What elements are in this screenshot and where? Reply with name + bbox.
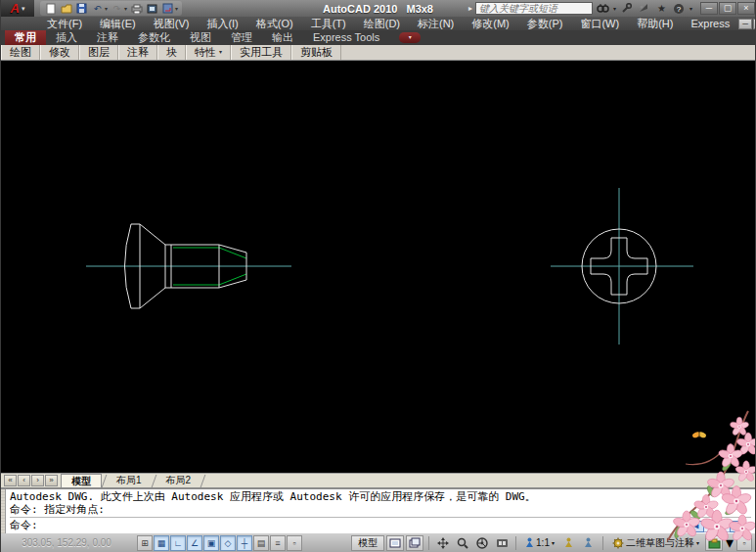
undo-button[interactable]: ↶ — [91, 2, 104, 15]
last-tab-icon[interactable]: » — [45, 475, 58, 486]
annotation-visibility-button[interactable] — [560, 535, 578, 551]
application-menu-button[interactable]: A ▾ — [1, 0, 34, 17]
showmotion-icon — [496, 537, 509, 549]
status-menu-icon[interactable]: ▾ — [725, 535, 734, 551]
menu-format[interactable]: 格式(O) — [247, 17, 302, 30]
ribbon-tab-view[interactable]: 视图 — [180, 30, 221, 45]
ribbon-tab-home[interactable]: 常用 — [5, 30, 46, 45]
quick-properties-toggle[interactable]: ▫ — [287, 535, 302, 551]
object-snap-tracking-toggle[interactable]: ◇ — [220, 535, 236, 551]
scroll-right-icon[interactable]: ▶ — [730, 521, 745, 532]
menu-help[interactable]: 帮助(H) — [628, 17, 682, 30]
undo-dropdown-icon[interactable]: ▾ — [105, 5, 108, 12]
next-tab-icon[interactable]: › — [31, 475, 44, 486]
panel-layers[interactable]: 图层 — [79, 45, 118, 60]
panel-block[interactable]: 块 — [157, 45, 186, 60]
save-button[interactable] — [75, 2, 88, 15]
restore-button[interactable]: ▢ — [719, 2, 736, 15]
command-prompt[interactable]: 命令: — [10, 519, 751, 531]
panel-clipboard-label: 剪贴板 — [300, 45, 333, 60]
help-button[interactable]: ? — [672, 2, 687, 15]
minimize-button[interactable]: ─ — [700, 2, 718, 15]
panel-properties[interactable]: 特性▾ — [186, 45, 231, 60]
menu-view[interactable]: 视图(V) — [145, 17, 199, 30]
new-file-button[interactable] — [44, 2, 57, 15]
coordinate-display[interactable]: 303.05, 152.29, 0.00 — [4, 537, 129, 548]
communication-center-button[interactable] — [637, 2, 651, 15]
snap-mode-toggle[interactable]: ⊞ — [137, 535, 153, 551]
subscription-center-button[interactable] — [619, 2, 634, 15]
menu-draw[interactable]: 绘图(D) — [355, 17, 409, 30]
menu-dimension[interactable]: 标注(N) — [409, 17, 463, 30]
tab-layout1[interactable]: 布局1 — [107, 474, 152, 487]
close-button[interactable]: × — [737, 2, 755, 15]
scroll-left-icon[interactable]: ◀ — [689, 521, 704, 532]
menu-tools[interactable]: 工具(T) — [302, 17, 355, 30]
help-dropdown-icon[interactable]: ▾ — [689, 5, 692, 12]
quick-view-layouts-button[interactable] — [386, 535, 404, 551]
plot-preview-button[interactable] — [146, 2, 158, 15]
command-history[interactable]: Autodesk DWG. 此文件上次由 Autodesk 应用程序或 Auto… — [6, 489, 755, 533]
model-space-button[interactable]: 模型 — [351, 535, 384, 551]
lineweight-toggle[interactable]: ≡ — [270, 535, 286, 551]
prev-tab-icon[interactable]: ‹ — [18, 475, 30, 486]
panel-annotation[interactable]: 注释 — [118, 45, 157, 60]
redo-button[interactable]: ↷ — [111, 2, 123, 15]
plot-button[interactable] — [130, 2, 143, 15]
ribbon-tab-insert[interactable]: 插入 — [46, 30, 87, 45]
menu-file[interactable]: 文件(F) — [38, 17, 91, 30]
clean-screen-button[interactable]: ▫ — [736, 535, 752, 551]
drawing-area[interactable] — [1, 61, 755, 473]
menu-insert[interactable]: 插入(I) — [198, 17, 246, 30]
tab-layout2[interactable]: 布局2 — [156, 474, 201, 487]
ribbon-tab-express-tools[interactable]: Express Tools — [303, 30, 389, 45]
tab-model[interactable]: 模型 — [61, 474, 102, 487]
ribbon-minimize-button[interactable]: ▾ — [399, 32, 421, 43]
open-file-button[interactable] — [60, 2, 72, 15]
search-input[interactable] — [475, 2, 593, 15]
save-floppy-icon — [76, 3, 87, 14]
panel-draw[interactable]: 绘图 — [1, 45, 40, 60]
panel-modify[interactable]: 修改 — [40, 45, 79, 60]
menu-modify[interactable]: 修改(M) — [463, 17, 518, 30]
infocenter-collapse-icon[interactable]: ▸ — [468, 4, 472, 13]
ribbon-panel-strip: 绘图 修改 图层 注释 块 特性▾ 实用工具 剪贴板 — [1, 45, 755, 61]
menu-edit[interactable]: 编辑(E) — [91, 17, 145, 30]
annotation-scale-button[interactable]: 1:1 ▾ — [521, 536, 558, 549]
doc-minimize-button[interactable]: ─ — [738, 19, 752, 29]
window-controls: ─ ▢ × — [700, 2, 755, 15]
steering-wheel-button[interactable] — [473, 535, 491, 551]
grid-display-toggle[interactable]: ▦ — [154, 535, 169, 551]
qat-customize-icon[interactable]: ▾ — [175, 5, 178, 12]
ortho-mode-toggle[interactable]: ∟ — [170, 535, 186, 551]
menu-window[interactable]: 窗口(W) — [571, 17, 628, 30]
redo-dropdown-icon[interactable]: ▾ — [124, 5, 127, 12]
ribbon-tab-manage[interactable]: 管理 — [221, 30, 262, 45]
object-snap-toggle[interactable]: ▣ — [203, 535, 219, 551]
showmotion-button[interactable] — [493, 535, 511, 551]
pan-button[interactable] — [434, 535, 452, 551]
first-tab-icon[interactable]: « — [4, 475, 17, 486]
publish-button[interactable] — [161, 2, 174, 15]
menu-parametric[interactable]: 参数(P) — [518, 17, 572, 30]
ribbon-tab-parametric[interactable]: 参数化 — [128, 30, 180, 45]
quick-view-drawings-button[interactable] — [406, 535, 423, 551]
favorites-button[interactable]: ★ — [654, 2, 669, 15]
search-button[interactable] — [596, 2, 610, 15]
workspace-switch-button[interactable]: 二维草图与注释 ▾ — [608, 535, 703, 551]
toolbox-button[interactable] — [705, 535, 723, 551]
scroll-track[interactable] — [704, 521, 730, 532]
ribbon-tab-output[interactable]: 输出 — [262, 30, 303, 45]
binoculars-icon — [597, 3, 609, 14]
zoom-button[interactable] — [454, 535, 471, 551]
panel-clipboard[interactable]: 剪贴板 — [291, 45, 341, 60]
menu-express[interactable]: Express — [682, 17, 738, 30]
panel-utilities[interactable]: 实用工具 — [231, 45, 291, 60]
auto-annotation-button[interactable] — [580, 535, 598, 551]
ribbon-tab-annotate[interactable]: 注释 — [87, 30, 128, 45]
help-icon: ? — [673, 3, 685, 15]
search-dropdown-icon[interactable]: ▾ — [613, 5, 616, 12]
polar-tracking-toggle[interactable]: ∠ — [187, 535, 202, 551]
dynamic-ucs-toggle[interactable]: ┼ — [237, 535, 252, 551]
dynamic-input-toggle[interactable]: ▤ — [253, 535, 269, 551]
